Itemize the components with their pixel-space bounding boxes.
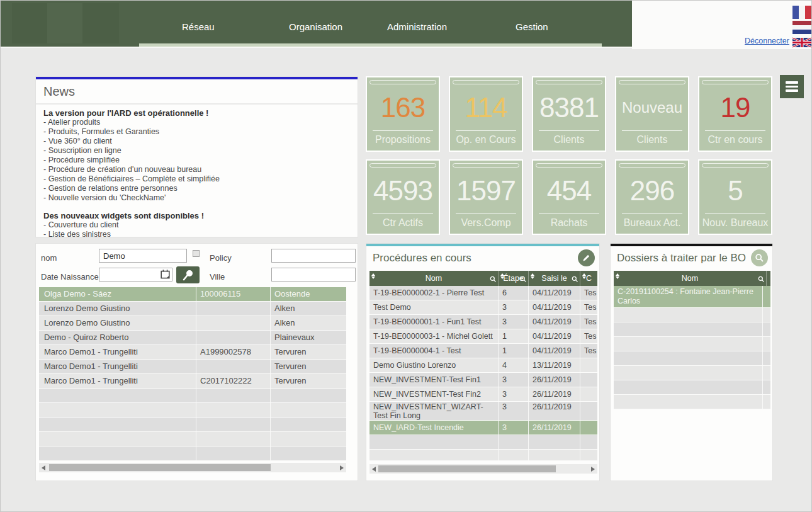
- kpi-tile-bureaux-actifs[interactable]: 296 Bureaux Act.: [615, 159, 689, 235]
- table-row-empty[interactable]: [39, 432, 346, 447]
- horizontal-scrollbar[interactable]: [39, 463, 346, 472]
- nav-item-organisation[interactable]: Organisation: [289, 21, 342, 32]
- table-row-selected[interactable]: C-20191100254 : Fontaine Jean-Pierre Car…: [614, 286, 770, 308]
- sort-icon[interactable]: [371, 273, 375, 279]
- calendar-icon[interactable]: [160, 269, 171, 282]
- scroll-right-arrow-icon[interactable]: [340, 465, 344, 470]
- nav-item-reseau[interactable]: Réseau: [182, 21, 215, 32]
- logout-link[interactable]: Déconnecter: [745, 37, 789, 45]
- kpi-label: Vers.Comp: [450, 214, 522, 234]
- kpi-tile-clients[interactable]: 8381 Clients: [532, 76, 606, 152]
- policy-input[interactable]: [271, 249, 356, 263]
- table-row[interactable]: Lorenzo Demo Giustino Alken: [39, 302, 346, 316]
- table-row[interactable]: Marco Demo1 - Trungelliti Tervuren: [39, 360, 346, 374]
- sort-icon[interactable]: [500, 273, 504, 279]
- hamburger-menu-button[interactable]: [780, 75, 804, 98]
- table-row-empty[interactable]: [614, 351, 770, 366]
- table-row-empty[interactable]: [614, 322, 770, 337]
- scroll-left-arrow-icon[interactable]: [372, 467, 376, 472]
- uk-flag-icon[interactable]: [792, 36, 811, 49]
- cell-name: Demo - Quiroz Roberto: [39, 331, 196, 344]
- bo-table-header: Nom: [614, 271, 770, 286]
- tile-pill-decoration: [702, 80, 769, 84]
- exact-match-checkbox[interactable]: [193, 250, 200, 257]
- bo-search-button[interactable]: [751, 249, 768, 266]
- kpi-tile-rachats[interactable]: 454 Rachats: [532, 159, 606, 235]
- nom-label: nom: [41, 253, 57, 263]
- tile-pill-decoration: [453, 80, 519, 84]
- sort-icon[interactable]: [531, 273, 534, 279]
- top-navigation-bar: Réseau Organisation Administration Gesti…: [1, 1, 632, 48]
- table-row[interactable]: Olga Demo - Sáez 100006115 Oostende: [39, 287, 346, 302]
- table-row[interactable]: Marco Demo1 - Trungelliti C2017102222 Te…: [39, 374, 346, 389]
- procedures-panel-title: Procédures en cours: [373, 252, 471, 265]
- table-row[interactable]: Demo - Quiroz Roberto Plainevaux: [39, 331, 346, 345]
- column-filter-icon[interactable]: [520, 276, 527, 285]
- table-row-empty[interactable]: [39, 418, 346, 432]
- column-filter-icon[interactable]: [572, 276, 578, 285]
- column-filter-icon[interactable]: [758, 276, 765, 285]
- kpi-tile-propositions[interactable]: 163 Propositions: [366, 76, 440, 152]
- tile-pill-decoration: [369, 163, 436, 168]
- table-row-empty[interactable]: [614, 380, 770, 395]
- client-results-table: Olga Demo - Sáez 100006115 Oostende Lore…: [39, 287, 346, 461]
- table-row-empty[interactable]: [369, 450, 597, 461]
- sort-icon[interactable]: [582, 273, 586, 279]
- news-item: Nouvelle version du 'CheckName': [43, 193, 350, 203]
- kpi-tile-contrats-en-cours[interactable]: 19 Ctr en cours: [698, 76, 772, 152]
- table-row-empty[interactable]: [614, 395, 770, 409]
- table-row-empty[interactable]: [369, 435, 597, 450]
- table-row[interactable]: Demo Giustino Lorenzo413/11/2019: [369, 358, 597, 373]
- scroll-right-arrow-icon[interactable]: [591, 467, 595, 472]
- table-row[interactable]: NEW_INVESTMENT_WIZART-Test Fin Long326/1…: [369, 402, 597, 421]
- column-header-saisi-le[interactable]: Saisi le: [529, 271, 580, 286]
- kpi-tile-nouveaux-bureaux[interactable]: 5 Nouv. Bureaux: [698, 159, 772, 235]
- edit-procedure-button[interactable]: [578, 249, 595, 266]
- news-item: Atelier produits: [43, 118, 350, 127]
- cell-policy: C2017102222: [196, 374, 271, 388]
- ville-input[interactable]: [271, 268, 356, 282]
- table-row-selected[interactable]: NEW_IARD-Test Incendie326/11/2019: [369, 421, 597, 435]
- france-flag-icon[interactable]: [792, 6, 811, 19]
- kpi-label: Propositions: [367, 131, 439, 151]
- netherlands-flag-icon[interactable]: [792, 21, 811, 34]
- scroll-left-arrow-icon[interactable]: [42, 465, 45, 470]
- client-search-button[interactable]: [176, 266, 200, 283]
- horizontal-scrollbar[interactable]: [369, 464, 597, 474]
- table-row-empty[interactable]: [39, 447, 346, 461]
- scrollbar-thumb[interactable]: [378, 465, 556, 472]
- scrollbar-thumb[interactable]: [49, 464, 271, 471]
- table-row[interactable]: NEW_INVESTMENT-Test Fin1326/11/2019: [369, 373, 597, 387]
- column-header-nom[interactable]: Nom: [614, 271, 767, 286]
- kpi-label: Ctr en cours: [699, 131, 771, 151]
- kpi-tile-operations-en-cours[interactable]: 114 Op. en Cours: [449, 76, 523, 152]
- table-row[interactable]: Marco Demo1 - Trungelliti A1999002578 Te…: [39, 345, 346, 360]
- table-row[interactable]: Test Demo304/11/2019Tes: [369, 300, 597, 315]
- kpi-tile-contrats-actifs[interactable]: 4593 Ctr Actifs: [366, 159, 440, 235]
- table-row-empty[interactable]: [614, 308, 770, 322]
- column-header-etape[interactable]: Étape: [499, 271, 529, 286]
- procedures-table: Nom Étape Saisi le C: [369, 271, 597, 461]
- kpi-tile-nouveau-clients[interactable]: Nouveau Clients: [615, 76, 689, 152]
- cell-city: Oostende: [271, 287, 346, 301]
- table-row-empty[interactable]: [614, 337, 770, 351]
- column-header-nom[interactable]: Nom: [369, 271, 499, 286]
- nom-input[interactable]: [99, 249, 187, 263]
- sort-icon[interactable]: [616, 273, 619, 279]
- news-section-heading: Des nouveaux widgets sont disponibles !: [43, 211, 350, 220]
- table-row[interactable]: NEW_INVESTMENT-Test Fin2326/11/2019: [369, 387, 597, 402]
- kpi-tile-versements-comp[interactable]: 1597 Vers.Comp: [449, 159, 523, 235]
- table-row-empty[interactable]: [39, 389, 346, 403]
- app-logo: [12, 3, 119, 43]
- column-filter-icon[interactable]: [490, 276, 497, 285]
- table-row[interactable]: T-19-BE0000002-1 - Pierre Test604/11/201…: [369, 286, 597, 300]
- nav-item-gestion[interactable]: Gestion: [516, 21, 548, 32]
- table-row-empty[interactable]: [614, 366, 770, 380]
- table-row[interactable]: T-19-BE0000004-1 - Test104/11/2019Tes: [369, 344, 597, 358]
- column-header-c[interactable]: C: [580, 271, 597, 286]
- nav-item-administration[interactable]: Administration: [387, 21, 447, 32]
- table-row[interactable]: T-19-BE0000003-1 - Michel Golett104/11/2…: [369, 329, 597, 344]
- table-row[interactable]: T-19-BE0000001-1 - Fun1 Test304/11/2019T…: [369, 315, 597, 329]
- table-row-empty[interactable]: [39, 403, 346, 418]
- table-row[interactable]: Lorenzo Demo Giustino Alken: [39, 316, 346, 331]
